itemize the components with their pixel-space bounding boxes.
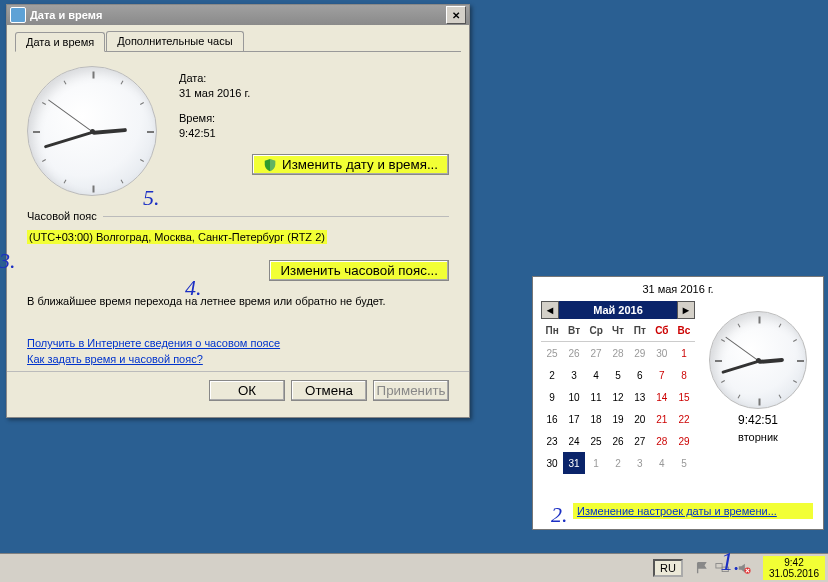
timezone-header: Часовой пояс: [27, 210, 97, 222]
tray-clock[interactable]: 9:42 31.05.2016: [763, 556, 825, 580]
calendar-grid[interactable]: ПнВтСрЧтПтСбВс25262728293012345678910111…: [541, 319, 695, 474]
cancel-button[interactable]: Отмена: [291, 380, 367, 401]
calendar-day[interactable]: 3: [563, 364, 585, 386]
calendar-day[interactable]: 4: [585, 364, 607, 386]
popup-analog-clock: [709, 311, 807, 409]
analog-clock: [27, 66, 157, 196]
calendar-day[interactable]: 6: [629, 364, 651, 386]
change-date-time-button[interactable]: Изменить дату и время...: [252, 154, 449, 175]
calendar-day[interactable]: 26: [563, 342, 585, 365]
timezone-value: (UTC+03:00) Волгоград, Москва, Санкт-Пет…: [27, 230, 327, 244]
calendar-day[interactable]: 26: [607, 430, 629, 452]
calendar-day[interactable]: 20: [629, 408, 651, 430]
calendar-day[interactable]: 27: [629, 430, 651, 452]
calendar-day[interactable]: 29: [629, 342, 651, 365]
time-label: Время:: [179, 112, 449, 124]
change-date-time-label: Изменить дату и время...: [282, 157, 438, 172]
tray-date: 31.05.2016: [769, 568, 819, 579]
flag-icon[interactable]: [695, 561, 709, 575]
calendar-day[interactable]: 13: [629, 386, 651, 408]
link-howto-set-time[interactable]: Как задать время и часовой пояс?: [27, 353, 449, 365]
calendar-day[interactable]: 22: [673, 408, 695, 430]
language-indicator[interactable]: RU: [653, 559, 683, 577]
calendar-day[interactable]: 2: [541, 364, 563, 386]
calendar-day[interactable]: 9: [541, 386, 563, 408]
tab-date-time[interactable]: Дата и время: [15, 32, 105, 52]
popup-change-settings-link[interactable]: Изменение настроек даты и времени...: [573, 503, 813, 519]
calendar-day[interactable]: 23: [541, 430, 563, 452]
calendar-day[interactable]: 12: [607, 386, 629, 408]
calendar-day[interactable]: 11: [585, 386, 607, 408]
close-icon[interactable]: ✕: [446, 6, 466, 24]
network-icon[interactable]: [715, 561, 731, 575]
time-value: 9:42:51: [179, 127, 449, 139]
calendar-day[interactable]: 15: [673, 386, 695, 408]
calendar-day[interactable]: 5: [607, 364, 629, 386]
calendar-day[interactable]: 31: [563, 452, 585, 474]
calendar-day[interactable]: 27: [585, 342, 607, 365]
calendar-day[interactable]: 18: [585, 408, 607, 430]
calendar-day[interactable]: 29: [673, 430, 695, 452]
calendar-month: Май 2016: [559, 304, 677, 316]
svg-rect-0: [716, 564, 722, 568]
popup-date: 31 мая 2016 г.: [533, 277, 823, 301]
tab-strip: Дата и время Дополнительные часы: [15, 31, 461, 52]
tray-clock-popup: 31 мая 2016 г. ◄ Май 2016 ► ПнВтСрЧтПтСб…: [532, 276, 824, 530]
calendar-day[interactable]: 25: [541, 342, 563, 365]
dst-status: В ближайшее время перехода на летнее вре…: [27, 295, 449, 307]
svg-rect-1: [722, 567, 728, 571]
calendar-day[interactable]: 24: [563, 430, 585, 452]
change-timezone-button[interactable]: Изменить часовой пояс...: [269, 260, 449, 281]
link-online-tz-info[interactable]: Получить в Интернете сведения о часовом …: [27, 337, 449, 349]
calendar-day[interactable]: 25: [585, 430, 607, 452]
calendar-day[interactable]: 1: [585, 452, 607, 474]
calendar-day[interactable]: 30: [541, 452, 563, 474]
volume-icon[interactable]: [737, 561, 751, 575]
calendar: ◄ Май 2016 ► ПнВтСрЧтПтСбВс2526272829301…: [541, 301, 695, 474]
tab-additional-clocks[interactable]: Дополнительные часы: [106, 31, 243, 51]
system-tray: [689, 561, 757, 575]
shield-icon: [263, 158, 277, 172]
calendar-day[interactable]: 1: [673, 342, 695, 365]
calendar-day[interactable]: 16: [541, 408, 563, 430]
date-label: Дата:: [179, 72, 449, 84]
calendar-day[interactable]: 5: [673, 452, 695, 474]
change-timezone-label: Изменить часовой пояс...: [280, 263, 438, 278]
calendar-day[interactable]: 17: [563, 408, 585, 430]
dialog-body: Дата: 31 мая 2016 г. Время: 9:42:51 Изме…: [7, 52, 469, 417]
calendar-day[interactable]: 21: [651, 408, 673, 430]
calendar-day[interactable]: 28: [651, 430, 673, 452]
calendar-day[interactable]: 30: [651, 342, 673, 365]
calendar-day[interactable]: 3: [629, 452, 651, 474]
title-text: Дата и время: [30, 9, 446, 21]
date-value: 31 мая 2016 г.: [179, 87, 449, 99]
calendar-day[interactable]: 2: [607, 452, 629, 474]
prev-month-button[interactable]: ◄: [541, 301, 559, 319]
calendar-day[interactable]: 8: [673, 364, 695, 386]
calendar-day[interactable]: 19: [607, 408, 629, 430]
calendar-day[interactable]: 10: [563, 386, 585, 408]
popup-day: вторник: [738, 431, 778, 443]
popup-time: 9:42:51: [738, 413, 778, 427]
calendar-day[interactable]: 28: [607, 342, 629, 365]
calendar-day[interactable]: 4: [651, 452, 673, 474]
title-bar[interactable]: Дата и время ✕: [7, 5, 469, 25]
calendar-day[interactable]: 7: [651, 364, 673, 386]
ok-button[interactable]: ОК: [209, 380, 285, 401]
apply-button[interactable]: Применить: [373, 380, 449, 401]
app-icon: [10, 7, 26, 23]
date-time-dialog: Дата и время ✕ Дата и время Дополнительн…: [6, 4, 470, 418]
calendar-day[interactable]: 14: [651, 386, 673, 408]
tray-time: 9:42: [769, 557, 819, 568]
taskbar: RU 9:42 31.05.2016: [0, 553, 828, 582]
next-month-button[interactable]: ►: [677, 301, 695, 319]
